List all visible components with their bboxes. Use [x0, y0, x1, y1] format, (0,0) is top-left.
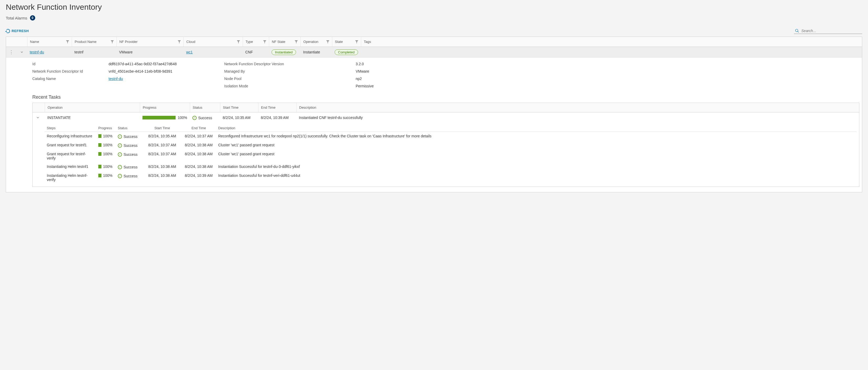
step-end: 8/2/24, 10:39 AM — [181, 173, 216, 178]
search-icon — [795, 28, 799, 33]
step-name: Reconfiguring Infrastructure — [45, 134, 96, 138]
grid-header-row: Name Product Name NF Provider Cloud Type… — [6, 37, 862, 47]
filter-icon[interactable] — [295, 40, 298, 44]
tasks-header-row: Operation Progress Status Start Time End… — [33, 103, 859, 112]
step-start: 8/2/24, 10:35 AM — [143, 134, 181, 138]
task-col-operation[interactable]: Operation — [45, 103, 140, 112]
task-progress-pct: 100% — [178, 116, 187, 120]
step-row: Instantiating Helm testnf1 100% ✓Success… — [45, 162, 857, 171]
step-row: Grant request for testnf1 100% ✓Success … — [45, 141, 857, 150]
detail-value-nfdver: 3.2.0 — [356, 62, 859, 66]
step-name: Grant request for testnf-verify — [45, 152, 96, 160]
step-col-end: End Time — [181, 126, 216, 130]
tasks-grid: Operation Progress Status Start Time End… — [32, 103, 859, 187]
step-status: ✓Success — [118, 152, 137, 156]
row-actions-menu[interactable]: ⋮ — [6, 48, 17, 57]
total-alarms: Total Alarms 0 — [6, 15, 862, 21]
filter-icon[interactable] — [66, 40, 69, 44]
svg-point-0 — [796, 29, 798, 32]
row-operation: Instantiate — [301, 48, 332, 56]
step-row: Reconfiguring Infrastructure 100% ✓Succe… — [45, 132, 857, 141]
col-nfstate[interactable]: NF State — [269, 37, 301, 47]
state-badge: Completed — [335, 50, 358, 55]
step-status: ✓Success — [118, 135, 137, 139]
check-circle-icon: ✓ — [118, 143, 122, 148]
col-tags[interactable]: Tags — [361, 37, 862, 47]
task-status: ✓ Success — [192, 116, 212, 120]
filter-icon[interactable] — [237, 40, 240, 44]
step-row: Grant request for testnf-verify 100% ✓Su… — [45, 150, 857, 162]
step-col-progress: Progress — [96, 126, 116, 130]
nfstate-badge: Instantiated — [272, 50, 296, 55]
task-start: 8/2/24, 10:35 AM — [220, 116, 258, 120]
task-desc: Instantiated CNF testnf-du successfully — [296, 116, 859, 120]
row-cloud-link[interactable]: wc1 — [186, 50, 193, 54]
step-col-desc: Description — [216, 126, 857, 130]
page-title: Network Function Inventory — [6, 3, 862, 11]
total-alarms-label: Total Alarms — [6, 16, 27, 20]
col-state[interactable]: State — [332, 37, 361, 47]
step-progress: 100% — [98, 134, 113, 138]
search-input[interactable] — [801, 29, 861, 33]
chevron-down-icon[interactable] — [19, 50, 25, 55]
search-box[interactable] — [794, 28, 862, 34]
task-row[interactable]: INSTANTIATE 100% ✓ Success 8/2/24, 10 — [33, 112, 859, 123]
detail-label-isolation: Isolation Mode — [224, 84, 356, 88]
col-provider[interactable]: NF Provider — [117, 37, 184, 47]
task-col-desc[interactable]: Description — [296, 103, 859, 112]
detail-label-nfdver: Network Function Descriptor Version — [224, 62, 356, 66]
check-circle-icon: ✓ — [118, 152, 122, 156]
step-desc: Instantiation Successful for testnf-du-3… — [216, 165, 857, 169]
task-col-start[interactable]: Start Time — [220, 103, 258, 112]
row-detail-panel: Id ddf6197d-a411-45ac-9d32-f37ae427d648 … — [6, 57, 862, 192]
filter-icon[interactable] — [326, 40, 330, 44]
step-progress: 100% — [98, 143, 113, 147]
step-desc: Cluster 'wc1' passed grant request — [216, 152, 857, 156]
alarm-count-badge: 0 — [30, 15, 35, 21]
task-operation: INSTANTIATE — [45, 116, 140, 120]
row-tags — [361, 50, 862, 54]
col-cloud[interactable]: Cloud — [184, 37, 243, 47]
refresh-icon — [6, 29, 10, 33]
step-desc: Reconfigured Infrastructure wc1 for node… — [216, 134, 857, 138]
step-progress: 100% — [98, 173, 113, 178]
step-name: Instantiating Helm testnf1 — [45, 165, 96, 169]
detail-value-nodepool: np2 — [356, 77, 859, 81]
col-product[interactable]: Product Name — [72, 37, 117, 47]
step-desc: Cluster 'wc1' passed grant request — [216, 143, 857, 147]
check-circle-icon: ✓ — [118, 165, 122, 169]
step-status: ✓Success — [118, 174, 137, 178]
inventory-row[interactable]: ⋮ testnf-du testnf VMware wc1 CNF Instan… — [6, 47, 862, 57]
filter-icon[interactable] — [263, 40, 266, 44]
detail-value-isolation: Permissive — [356, 84, 859, 88]
row-provider: VMware — [117, 48, 184, 56]
col-type[interactable]: Type — [243, 37, 269, 47]
chevron-down-icon[interactable] — [35, 115, 40, 120]
task-steps: Steps Progress Status Start Time End Tim… — [33, 123, 859, 187]
task-progress: 100% — [143, 116, 187, 120]
col-operation[interactable]: Operation — [301, 37, 332, 47]
col-name[interactable]: Name — [27, 37, 72, 47]
filter-icon[interactable] — [178, 40, 181, 44]
row-name-link[interactable]: testnf-du — [30, 50, 44, 54]
task-col-status[interactable]: Status — [190, 103, 220, 112]
step-col-status: Status — [116, 126, 143, 130]
check-circle-icon: ✓ — [118, 174, 122, 178]
svg-line-1 — [798, 31, 799, 32]
task-col-end[interactable]: End Time — [258, 103, 296, 112]
recent-tasks-title: Recent Tasks — [32, 94, 859, 100]
step-end: 8/2/24, 10:37 AM — [181, 134, 216, 138]
detail-value-id: ddf6197d-a411-45ac-9d32-f37ae427d648 — [108, 62, 224, 66]
detail-value-catalog-link[interactable]: testnf-du — [108, 77, 123, 81]
filter-icon[interactable] — [111, 40, 114, 44]
filter-icon[interactable] — [355, 40, 358, 44]
step-status: ✓Success — [118, 143, 137, 148]
step-name: Grant request for testnf1 — [45, 143, 96, 147]
task-col-progress[interactable]: Progress — [140, 103, 190, 112]
refresh-button[interactable]: REFRESH — [6, 29, 29, 33]
row-product: testnf — [72, 48, 117, 56]
steps-header-row: Steps Progress Status Start Time End Tim… — [45, 124, 857, 132]
detail-value-managedby: VMware — [356, 69, 859, 74]
step-end: 8/2/24, 10:38 AM — [181, 165, 216, 169]
step-start: 8/2/24, 10:37 AM — [143, 143, 181, 147]
